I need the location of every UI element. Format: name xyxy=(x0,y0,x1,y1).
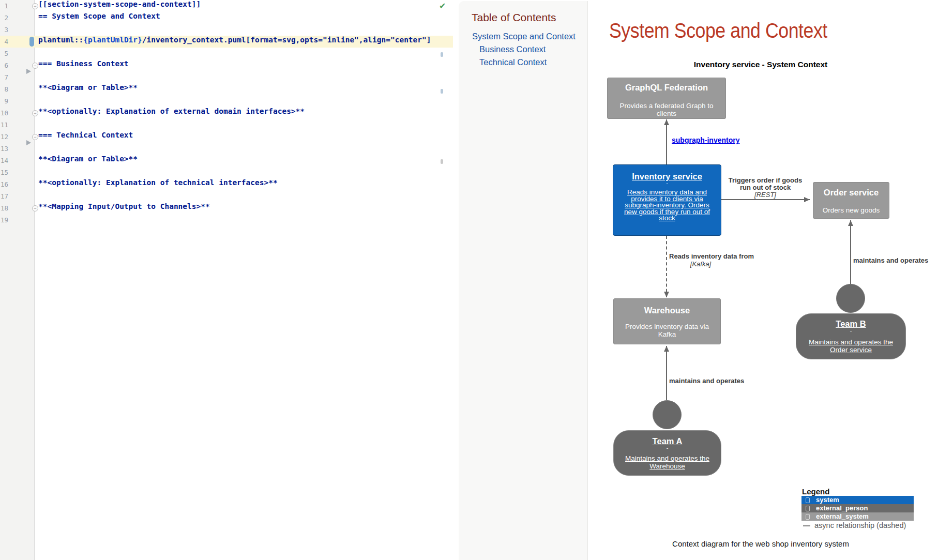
legend-title: Legend xyxy=(802,487,829,496)
team-b-head xyxy=(836,284,865,313)
legend-box-icon xyxy=(806,506,810,511)
team-a-head xyxy=(653,400,682,429)
node-description: Maintains and operates the Order service xyxy=(799,338,902,354)
legend-box-icon xyxy=(806,514,810,520)
legend-row-external_person: external_person xyxy=(801,504,914,512)
toc-item[interactable]: Technical Context xyxy=(479,57,547,67)
section-marker-icon[interactable] xyxy=(26,140,31,145)
line-number: 13 xyxy=(0,143,8,155)
scrollbar-mark xyxy=(441,159,443,164)
code-segment: **<Mapping Input/Output to Channels>** xyxy=(38,202,210,210)
caret xyxy=(29,37,34,47)
legend-row-system: system xyxy=(801,496,914,504)
code-segment: **<optionally: Explanation of external d… xyxy=(38,107,305,115)
line-number: 11 xyxy=(0,119,8,131)
toc-item[interactable]: Business Context xyxy=(479,44,546,54)
code-line[interactable]: plantuml::{plantUmlDir}/inventory_contex… xyxy=(38,36,431,48)
code-line[interactable]: [[section-system-scope-and-context]] xyxy=(38,0,201,12)
legend-label: external_person xyxy=(816,504,868,512)
code-line[interactable]: === Business Context xyxy=(38,59,129,71)
line-number: 3 xyxy=(0,24,8,36)
code-line[interactable]: **<optionally: Explanation of technical … xyxy=(38,178,278,190)
legend-row-external_system: external_system xyxy=(801,512,914,521)
line-number: 10 xyxy=(0,107,8,119)
code-segment: **<Diagram or Table>** xyxy=(38,155,138,163)
code-segment: plantuml:: xyxy=(38,36,83,44)
line-number: 5 xyxy=(0,48,8,59)
arrowhead-team-a-to-warehouse xyxy=(664,346,669,352)
fold-icon[interactable]: − xyxy=(32,63,38,69)
edge-label: maintains and operates xyxy=(669,377,744,385)
code-line[interactable]: **<Mapping Input/Output to Channels>** xyxy=(38,202,210,214)
code-segment: {plantUmlDir} xyxy=(83,36,142,44)
edge-label: [Kafka] xyxy=(623,260,778,268)
toc-panel: Table of Contents System Scope and Conte… xyxy=(459,1,588,560)
line-number: 8 xyxy=(0,83,8,95)
edge-team-a-to-warehouse xyxy=(666,346,667,400)
node-description: Orders new goods xyxy=(816,206,886,214)
diagram-node-team-a[interactable]: Team A-Maintains and operates the Wareho… xyxy=(613,430,721,476)
section-marker-icon[interactable] xyxy=(26,69,31,74)
line-number: 14 xyxy=(0,155,8,167)
line-number: 12 xyxy=(0,131,8,143)
edge-inventory-to-graphql xyxy=(666,119,667,164)
line-number: 19 xyxy=(0,214,8,226)
code-segment: == System Scope and Context xyxy=(38,12,160,20)
code-line[interactable]: **<Diagram or Table>** xyxy=(38,83,138,95)
line-number: 15 xyxy=(0,167,8,178)
diagram-node-graphql-federation: GraphQL FederationProvides a federated G… xyxy=(607,78,726,119)
code-segment: === Business Context xyxy=(38,59,129,68)
toc-item[interactable]: System Scope and Context xyxy=(472,32,576,41)
diagram-node-inventory-service[interactable]: Inventory service-Reads inventory data a… xyxy=(613,164,721,236)
edge-label: Reads inventory data from xyxy=(669,252,754,260)
arrowhead-inventory-to-warehouse xyxy=(664,292,669,297)
code-segment: [[section-system-scope-and-context]] xyxy=(38,0,201,8)
diagram-node-warehouse: WarehouseProvides inventory data via Kaf… xyxy=(613,298,721,344)
arrowhead-team-b-to-order xyxy=(848,220,853,226)
node-description: Maintains and operates the Warehouse xyxy=(617,455,718,470)
fold-icon[interactable]: − xyxy=(32,3,38,9)
fold-icon[interactable]: − xyxy=(32,134,38,140)
line-number: 7 xyxy=(0,71,8,83)
code-segment: **<optionally: Explanation of technical … xyxy=(38,178,278,187)
code-line[interactable]: == System Scope and Context xyxy=(38,12,160,24)
inspections-ok-icon[interactable]: ✔ xyxy=(439,1,446,11)
legend-label: external_system xyxy=(816,512,869,521)
line-number: 6 xyxy=(0,59,8,71)
code-line[interactable]: **<optionally: Explanation of external d… xyxy=(38,107,305,119)
line-number: 1 xyxy=(0,0,8,12)
fold-icon[interactable]: − xyxy=(32,110,38,116)
code-line[interactable]: **<Diagram or Table>** xyxy=(38,155,138,167)
diagram-title: Inventory service - System Context xyxy=(606,60,916,69)
edge-label[interactable]: subgraph-inventory xyxy=(672,136,739,144)
scrollbar-mark xyxy=(441,89,443,94)
legend-box-icon xyxy=(806,497,810,503)
edge-label: Triggers order if goods xyxy=(688,176,843,184)
line-number: 2 xyxy=(0,12,8,24)
node-separator: - xyxy=(796,329,905,332)
ide-window: 1−[[section-system-scope-and-context]]2=… xyxy=(0,0,938,560)
diagram-node-team-b[interactable]: Team B-Maintains and operates the Order … xyxy=(796,313,906,359)
legend-async-note: async relationship (dashed) xyxy=(803,521,906,529)
edge-label: [REST] xyxy=(688,191,843,199)
code-segment: === Technical Context xyxy=(38,131,133,139)
toc-title: Table of Contents xyxy=(472,11,556,24)
line-number: 4 xyxy=(0,36,8,48)
line-number: 17 xyxy=(0,190,8,202)
page-title: System Scope and Context xyxy=(609,19,827,43)
diagram-caption: Context diagram for the web shop invento… xyxy=(606,539,916,548)
node-title: Warehouse xyxy=(614,306,720,315)
node-title: GraphQL Federation xyxy=(608,83,725,93)
dash-line-icon xyxy=(803,525,810,526)
edge-inventory-to-order xyxy=(721,199,810,200)
fold-icon[interactable]: − xyxy=(32,205,38,211)
node-separator: - xyxy=(614,446,721,450)
edge-team-b-to-order xyxy=(850,220,851,284)
line-number: 18 xyxy=(0,202,8,214)
edge-label: run out of stock xyxy=(688,184,843,191)
edge-label: maintains and operates xyxy=(853,256,928,264)
node-description: Provides a federated Graph to clients xyxy=(611,102,722,117)
line-number: 16 xyxy=(0,178,8,190)
code-line[interactable]: === Technical Context xyxy=(38,131,133,143)
scrollbar-mark xyxy=(441,52,443,57)
